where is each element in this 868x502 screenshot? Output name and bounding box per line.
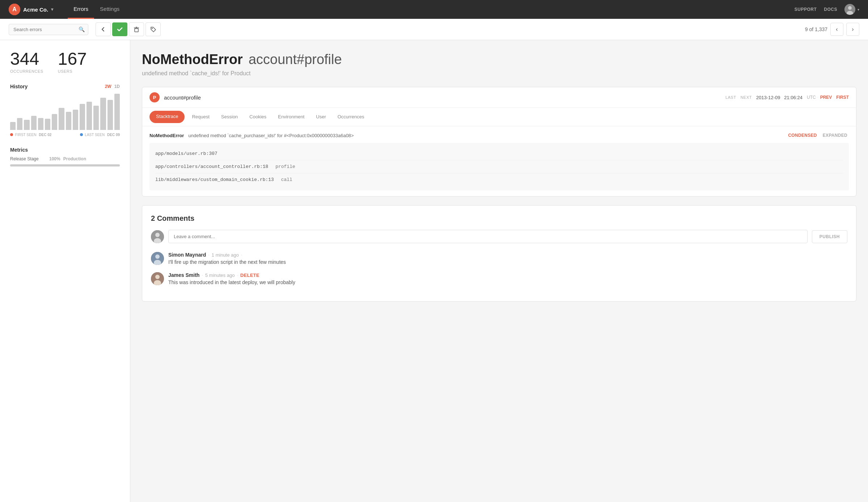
topbar-right: SUPPORT DOCS ▾ <box>795 4 859 15</box>
last-seen-dot <box>80 133 83 136</box>
comment-body-1: Simon Maynard · 1 minute ago · I'll fire… <box>168 252 286 265</box>
chart-bar-13 <box>100 98 106 130</box>
tab-environment[interactable]: Environment <box>272 109 310 126</box>
release-stage-row: Release Stage 100% Production <box>10 156 120 161</box>
prev-link[interactable]: PREV <box>820 95 832 100</box>
svg-point-16 <box>155 275 160 279</box>
stacktrace-error-type: NoMethodError <box>149 133 184 138</box>
tab-cookies[interactable]: Cookies <box>244 109 272 126</box>
last-seen: LAST SEEN DEC 09 <box>80 133 120 137</box>
user-dropdown[interactable]: ▾ <box>844 4 859 15</box>
chart-bar-8 <box>66 112 71 130</box>
range-2w[interactable]: 2W <box>105 84 111 89</box>
stacktrace-lines: app/models/user.rb:307 app/controllers/a… <box>149 143 849 190</box>
tab-occurrences[interactable]: Occurrences <box>332 109 370 126</box>
stacktrace-error-desc: undefined method `cache_purchaser_ids!' … <box>188 133 354 138</box>
occurrence-header: P account#profile LAST NEXT 2013-12-09 2… <box>142 87 856 108</box>
comment-avatar-2 <box>151 272 164 285</box>
comments-section: 2 Comments PUBLISH <box>142 205 856 301</box>
tab-stacktrace[interactable]: Stacktrace <box>149 111 185 123</box>
view-toggle: CONDENSED EXPANDED <box>787 132 849 139</box>
release-stage-bar-container <box>10 164 120 166</box>
next-nav[interactable]: NEXT <box>741 95 752 100</box>
nav-errors[interactable]: Errors <box>68 0 94 19</box>
comment-author-1: Simon Maynard <box>168 252 206 258</box>
expanded-view-btn[interactable]: EXPANDED <box>821 132 849 139</box>
tab-session[interactable]: Session <box>215 109 244 126</box>
first-seen-date: DEC 02 <box>39 133 51 137</box>
last-seen-date: DEC 09 <box>107 133 120 137</box>
metrics-title: Metrics <box>10 147 120 153</box>
svg-text:A: A <box>12 6 17 12</box>
stack-line-2: app/controllers/account_controller.rb:18… <box>155 160 843 173</box>
comment-text-2: This was introduced in the latest deploy… <box>168 279 295 285</box>
tab-request[interactable]: Request <box>186 109 215 126</box>
toolbar: 🔍 9 of 1,337 ‹ <box>0 19 868 40</box>
first-seen-label: FIRST SEEN <box>15 133 37 137</box>
next-page-button[interactable]: › <box>846 23 859 36</box>
release-stage-bar <box>10 164 120 166</box>
comment-item-1: Simon Maynard · 1 minute ago · I'll fire… <box>151 252 847 265</box>
chart-dates: FIRST SEEN DEC 02 LAST SEEN DEC 09 <box>10 133 120 137</box>
brand-name: Acme Co. <box>23 7 48 13</box>
users-label: USERS <box>58 69 87 73</box>
last-nav[interactable]: LAST <box>725 95 736 100</box>
comment-author-row-1: Simon Maynard · 1 minute ago · <box>168 252 286 258</box>
chart-bar-10 <box>80 104 85 130</box>
comment-avatar-1 <box>151 252 164 265</box>
comments-title: 2 Comments <box>151 214 847 223</box>
svg-rect-5 <box>135 29 138 32</box>
users-stat: 167 USERS <box>58 50 87 73</box>
tab-user[interactable]: User <box>310 109 332 126</box>
delete-button[interactable] <box>129 22 144 36</box>
chart-bar-14 <box>108 100 113 130</box>
metrics-section: Metrics Release Stage 100% Production <box>10 147 120 166</box>
users-number: 167 <box>58 50 87 68</box>
back-button[interactable] <box>96 22 111 36</box>
error-title: NoMethodError account#profile <box>142 52 856 67</box>
user-chevron-icon: ▾ <box>858 8 859 12</box>
error-message: undefined method `cache_ids!' for Produc… <box>142 70 856 77</box>
main-content: 344 OCCURRENCES 167 USERS History 2W 1D <box>0 40 868 502</box>
stacktrace-header: NoMethodError undefined method `cache_pu… <box>149 132 849 139</box>
chart-bar-6 <box>52 114 57 130</box>
chart-bar-9 <box>73 110 78 130</box>
current-user-avatar <box>151 230 164 243</box>
first-link[interactable]: FIRST <box>836 95 849 100</box>
chart-bar-4 <box>38 118 43 130</box>
publish-button[interactable]: PUBLISH <box>812 230 847 243</box>
brand[interactable]: A Acme Co. ▾ <box>9 4 53 15</box>
search-icon: 🔍 <box>79 26 85 32</box>
search-input[interactable] <box>9 24 88 35</box>
condensed-view-btn[interactable]: CONDENSED <box>787 132 818 139</box>
occurrences-stat: 344 OCCURRENCES <box>10 50 43 73</box>
tag-button[interactable] <box>146 22 161 36</box>
range-1d[interactable]: 1D <box>114 84 120 89</box>
support-link[interactable]: SUPPORT <box>795 7 817 12</box>
resolve-button[interactable] <box>112 22 127 36</box>
history-section: History 2W 1D FIRST SEEN DEC 02 LAST SEE… <box>10 84 120 137</box>
docs-link[interactable]: DOCS <box>824 7 837 12</box>
last-seen-label: LAST SEEN <box>85 133 105 137</box>
release-stage-label: Release Stage <box>10 156 46 161</box>
delete-button-2[interactable]: DELETE <box>240 273 260 278</box>
nav-settings[interactable]: Settings <box>94 0 125 19</box>
comment-body-2: James Smith · 5 minutes ago · DELETE Thi… <box>168 272 295 285</box>
comment-author-row-2: James Smith · 5 minutes ago · DELETE <box>168 272 295 278</box>
svg-point-8 <box>152 28 153 29</box>
svg-point-10 <box>155 233 160 237</box>
search-box: 🔍 <box>9 24 88 35</box>
stacktrace-container: NoMethodError undefined method `cache_pu… <box>142 126 856 196</box>
occurrences-label: OCCURRENCES <box>10 69 43 73</box>
chart-bar-11 <box>87 102 92 130</box>
prev-page-button[interactable]: ‹ <box>830 23 843 36</box>
comment-input[interactable] <box>168 230 808 243</box>
chart-bar-5 <box>45 119 50 130</box>
history-chart <box>10 94 120 130</box>
error-context: account#profile <box>249 52 342 67</box>
chart-bar-15 <box>114 94 120 130</box>
chart-bar-2 <box>24 120 29 130</box>
pagination-text: 9 of 1,337 <box>805 26 827 32</box>
occurrence-tabs: Stacktrace Request Session Cookies Envir… <box>142 108 856 126</box>
history-range: 2W 1D <box>105 84 120 89</box>
